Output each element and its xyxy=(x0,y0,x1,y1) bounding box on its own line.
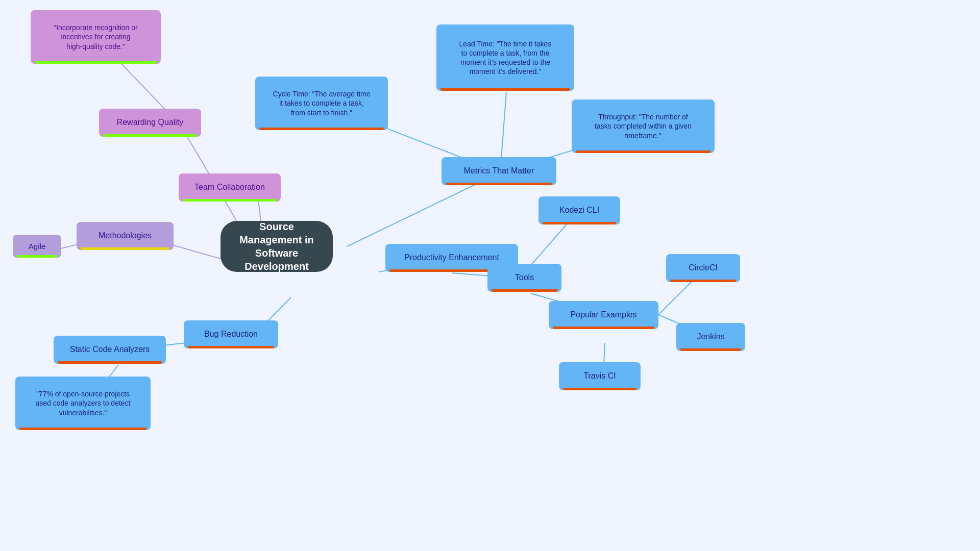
circleci-node: CircleCI xyxy=(666,254,740,282)
metrics-node: Metrics That Matter xyxy=(442,157,556,185)
static-code-node: Static Code Analyzers xyxy=(54,336,166,364)
team-collaboration-label: Team Collaboration xyxy=(194,182,265,193)
travis-label: Travis CI xyxy=(583,371,616,382)
metrics-label: Metrics That Matter xyxy=(464,166,534,177)
bug-reduction-node: Bug Reduction xyxy=(184,320,278,348)
agile-label: Agile xyxy=(29,241,45,252)
cycle-time-label: Cycle Time: "The average timeit takes to… xyxy=(273,89,371,117)
jenkins-label: Jenkins xyxy=(697,332,724,342)
popular-examples-label: Popular Examples xyxy=(571,310,637,320)
jenkins-node: Jenkins xyxy=(676,323,745,351)
productivity-label: Productivity Enhancement xyxy=(404,253,499,263)
team-collaboration-node: Team Collaboration xyxy=(179,173,281,202)
kodezi-label: Kodezi CLI xyxy=(559,205,599,216)
analyzers-stat-label: "77% of open-source projectsused code an… xyxy=(35,389,130,417)
throughput-node: Throughput: "The number oftasks complete… xyxy=(572,99,715,153)
lead-time-node: Lead Time: "The time it takesto complete… xyxy=(436,24,574,91)
static-code-label: Static Code Analyzers xyxy=(70,344,150,355)
tools-node: Tools xyxy=(487,264,561,292)
throughput-label: Throughput: "The number oftasks complete… xyxy=(595,112,692,140)
travis-node: Travis CI xyxy=(559,362,641,390)
kodezi-node: Kodezi CLI xyxy=(538,196,620,224)
incorporate-node: "Incorporate recognition orincentives fo… xyxy=(31,10,161,64)
center-node: Source Management inSoftware Development xyxy=(220,221,333,272)
rewarding-quality-node: Rewarding Quality xyxy=(99,109,201,137)
methodologies-label: Methodologies xyxy=(99,231,152,241)
tools-label: Tools xyxy=(515,272,534,283)
bug-reduction-label: Bug Reduction xyxy=(204,329,258,340)
cycle-time-node: Cycle Time: "The average timeit takes to… xyxy=(255,77,388,130)
popular-examples-node: Popular Examples xyxy=(549,301,658,329)
agile-node: Agile xyxy=(13,235,61,258)
lead-time-label: Lead Time: "The time it takesto complete… xyxy=(459,39,552,77)
circleci-label: CircleCI xyxy=(689,263,718,273)
methodologies-node: Methodologies xyxy=(77,222,174,250)
incorporate-label: "Incorporate recognition orincentives fo… xyxy=(54,23,138,51)
rewarding-quality-label: Rewarding Quality xyxy=(117,117,184,128)
center-label: Source Management inSoftware Development xyxy=(229,220,325,273)
analyzers-stat-node: "77% of open-source projectsused code an… xyxy=(15,377,151,430)
